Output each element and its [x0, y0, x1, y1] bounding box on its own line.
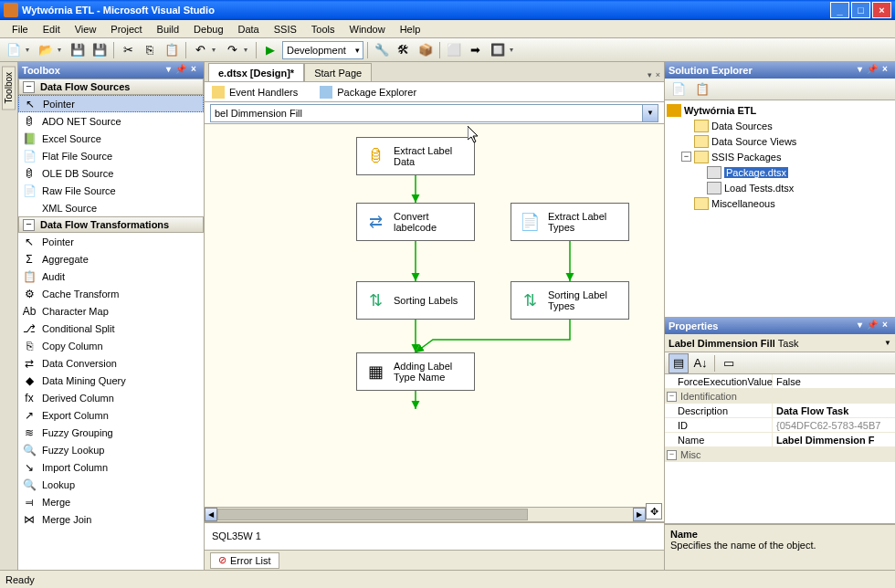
new-project-button[interactable]: 📄: [4, 40, 24, 60]
close-button[interactable]: ×: [872, 2, 891, 18]
pin-icon[interactable]: 📌: [866, 320, 879, 332]
properties-object-combo[interactable]: Label Dimmension Fill Task ▼: [665, 334, 895, 352]
doc-tab-active[interactable]: e.dtsx [Design]*: [208, 63, 304, 81]
toolbox-item[interactable]: 🛢ADO NET Source: [18, 112, 204, 130]
save-all-button[interactable]: 💾: [90, 40, 110, 60]
undo-button[interactable]: ↶: [190, 40, 210, 60]
toolbox-item[interactable]: ⫤Merge: [18, 493, 204, 510]
menu-ssis[interactable]: SSIS: [268, 22, 303, 37]
tab-dropdown-icon[interactable]: ▾: [648, 70, 652, 79]
toolbox-item[interactable]: 📗Excel Source: [18, 130, 204, 147]
flow-node-adding-label-type-name[interactable]: ▦Adding Label Type Name: [356, 352, 475, 391]
horizontal-scrollbar[interactable]: ◀ ▶: [205, 507, 646, 521]
close-icon[interactable]: ×: [879, 320, 891, 332]
tree-folder[interactable]: Miscellaneous: [667, 195, 893, 211]
pin-icon[interactable]: 📌: [174, 64, 187, 77]
dropdown-icon[interactable]: ▾: [244, 46, 252, 54]
menu-edit[interactable]: Edit: [37, 22, 67, 37]
toolbox-item[interactable]: 🔍Fuzzy Lookup: [18, 441, 204, 458]
menu-build[interactable]: Build: [151, 22, 185, 37]
properties-grid[interactable]: ForceExecutionValueFalse Identification …: [665, 374, 895, 524]
tool-icon[interactable]: ⬜: [444, 40, 464, 60]
dropdown-icon[interactable]: ▾: [212, 46, 220, 54]
menu-project[interactable]: Project: [104, 22, 148, 37]
toolbox-category[interactable]: Data Flow Sources: [18, 79, 204, 95]
dropdown-icon[interactable]: ▾: [853, 320, 866, 332]
collapse-icon[interactable]: −: [681, 152, 691, 162]
close-icon[interactable]: ×: [187, 64, 200, 77]
start-button[interactable]: ▶: [260, 40, 280, 60]
tree-folder[interactable]: Data Sources: [667, 118, 893, 133]
pan-handle[interactable]: ✥: [646, 503, 662, 520]
toolbox-item[interactable]: ⚙Cache Transform: [18, 285, 204, 302]
toolbox-item[interactable]: ≋Fuzzy Grouping: [18, 424, 204, 441]
toolbox-item[interactable]: fxDerived Column: [18, 389, 204, 406]
dropdown-icon[interactable]: ▾: [58, 46, 66, 54]
toolbox-body[interactable]: Data Flow Sources ↖Pointer🛢ADO NET Sourc…: [18, 79, 204, 570]
scroll-thumb[interactable]: [217, 509, 528, 520]
menu-tools[interactable]: Tools: [305, 22, 342, 37]
minimize-button[interactable]: _: [830, 2, 849, 18]
copy-button[interactable]: ⎘: [140, 40, 160, 60]
toolbox-item[interactable]: ↖Pointer: [18, 95, 204, 112]
save-button[interactable]: 💾: [68, 40, 88, 60]
menu-view[interactable]: View: [68, 22, 103, 37]
flow-node-convert-labelcode[interactable]: ⇄Convert labelcode: [356, 203, 475, 241]
scroll-right-button[interactable]: ▶: [633, 508, 646, 521]
toolbox-item[interactable]: ⇄Data Conversion: [18, 354, 204, 372]
redo-button[interactable]: ↷: [222, 40, 242, 60]
menu-data[interactable]: Data: [232, 22, 266, 37]
flow-node-sorting-labels[interactable]: ⇅Sorting Labels: [356, 281, 475, 320]
menu-help[interactable]: Help: [394, 22, 427, 37]
dropdown-icon[interactable]: ▾: [26, 46, 34, 54]
property-pages-button[interactable]: ▭: [719, 353, 739, 373]
tool-icon[interactable]: 📦: [416, 40, 436, 60]
alphabetical-button[interactable]: A↓: [690, 353, 711, 373]
doc-tab[interactable]: Start Page: [304, 63, 372, 81]
tool-icon[interactable]: ➡: [466, 40, 486, 60]
dropdown-icon[interactable]: ▾: [162, 64, 174, 77]
config-select[interactable]: Development: [282, 41, 363, 59]
tree-folder[interactable]: Data Source Views: [667, 133, 893, 149]
chevron-down-icon[interactable]: ▼: [642, 105, 658, 121]
tool-icon[interactable]: 🔲: [488, 40, 508, 60]
scroll-left-button[interactable]: ◀: [205, 508, 217, 521]
toolbox-item[interactable]: ⎇Conditional Split: [18, 320, 204, 337]
toolbox-item[interactable]: ⋈Merge Join: [18, 510, 204, 528]
toolbox-item[interactable]: 🔍Lookup: [18, 476, 204, 493]
properties-button[interactable]: 📄: [669, 79, 689, 100]
tab-package-explorer[interactable]: Package Explorer: [320, 86, 416, 99]
dropdown-icon[interactable]: ▾: [510, 46, 518, 54]
toolbox-item[interactable]: XML Source: [18, 199, 204, 216]
maximize-button[interactable]: □: [851, 2, 870, 18]
prop-category[interactable]: Identification: [665, 389, 895, 404]
open-button[interactable]: 📂: [36, 40, 56, 60]
tool-icon[interactable]: 🛠: [394, 40, 414, 60]
toolbox-item[interactable]: ↗Export Column: [18, 406, 204, 424]
tab-event-handlers[interactable]: Event Handlers: [212, 86, 298, 99]
toolbox-item[interactable]: ◆Data Mining Query: [18, 372, 204, 389]
toolbox-item[interactable]: AbCharacter Map: [18, 302, 204, 320]
toolbox-item[interactable]: ↖Pointer: [18, 233, 204, 250]
dropdown-icon[interactable]: ▾: [853, 64, 866, 77]
tool-icon[interactable]: 🔧: [372, 40, 392, 60]
toolbox-tab-collapsed[interactable]: Toolbox: [2, 66, 16, 110]
show-all-button[interactable]: 📋: [692, 79, 712, 100]
pin-icon[interactable]: 📌: [866, 64, 879, 77]
task-combo[interactable]: bel Dimmension Fill ▼: [210, 104, 658, 122]
toolbox-item[interactable]: ΣAggregate: [18, 250, 204, 268]
menu-window[interactable]: Window: [343, 22, 392, 37]
flow-node-extract-label-types[interactable]: 📄Extract Label Types: [511, 203, 629, 241]
tab-close-icon[interactable]: ×: [656, 70, 660, 79]
toolbox-item[interactable]: 🛢OLE DB Source: [18, 164, 204, 182]
toolbox-item[interactable]: 📋Audit: [18, 268, 204, 285]
flow-node-extract-label-data[interactable]: 🛢Extract Label Data: [356, 137, 475, 175]
prop-category[interactable]: Misc: [665, 447, 895, 462]
solution-tree[interactable]: Wytwórnia ETL Data Sources Data Source V…: [665, 100, 895, 317]
close-icon[interactable]: ×: [879, 64, 891, 77]
toolbox-category[interactable]: Data Flow Transformations: [18, 216, 204, 233]
menu-file[interactable]: File: [5, 22, 35, 37]
categorized-button[interactable]: ▤: [669, 353, 689, 373]
error-list-tab[interactable]: ⊘Error List: [210, 552, 279, 569]
tree-item-package[interactable]: Package.dtsx: [667, 164, 893, 180]
